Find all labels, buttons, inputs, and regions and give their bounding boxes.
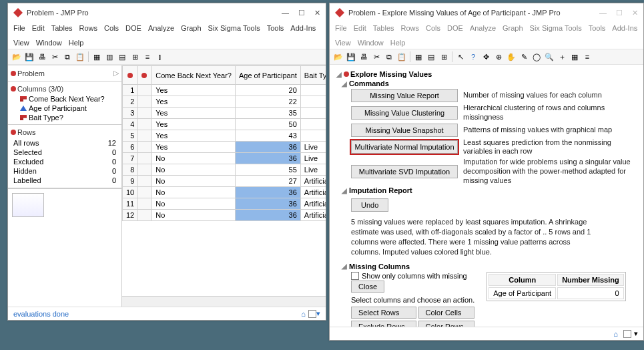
color-rows-button[interactable]: Color Rows [418, 321, 475, 327]
hotspot-icon[interactable] [344, 71, 349, 77]
menu-window[interactable]: Window [36, 39, 62, 47]
menu-doe[interactable]: DOE [447, 24, 463, 32]
command-button[interactable]: Missing Value Clustering [351, 106, 458, 120]
menu-add-ins[interactable]: Add-Ins [290, 24, 316, 32]
copy-icon[interactable]: ⧉ [383, 51, 395, 63]
minimize-button[interactable]: — [599, 9, 607, 17]
checkbox-icon[interactable] [351, 272, 359, 280]
menu-icon[interactable]: ≡ [581, 51, 593, 63]
imputation-report-header[interactable]: ◢ Imputation Report [342, 186, 637, 194]
missing-columns-table[interactable]: ColumnNumber Missing Age of Participant0 [487, 272, 625, 301]
menu-help[interactable]: Help [390, 39, 406, 47]
menu-edit[interactable]: Edit [32, 24, 45, 32]
dropdown-icon[interactable]: ▾ [316, 309, 320, 318]
crosshair-icon[interactable]: ✥ [480, 51, 492, 63]
menu-six-sigma-tools[interactable]: Six Sigma Tools [208, 24, 260, 32]
source-panel-header[interactable]: Problem ▷ [11, 67, 119, 79]
brush-icon[interactable]: ✎ [518, 51, 530, 63]
table-row[interactable]: 1Yes20 [123, 85, 326, 96]
maximize-button[interactable]: ☐ [616, 9, 623, 17]
graph-icon[interactable]: ≡ [141, 51, 153, 63]
missing-columns-header[interactable]: ◢ Missing Columns [342, 262, 637, 271]
home-icon[interactable]: ⌂ [301, 310, 306, 318]
close-button[interactable]: ✕ [314, 9, 320, 17]
open-icon[interactable]: 📂 [332, 51, 344, 63]
menu-file[interactable]: File [335, 24, 347, 32]
column-item[interactable]: Come Back Next Year? [11, 94, 119, 104]
open-icon[interactable]: 📂 [11, 51, 23, 63]
menu-doe[interactable]: DOE [125, 24, 141, 32]
save-icon[interactable]: 💾 [345, 51, 357, 63]
home-icon[interactable]: ⌂ [613, 330, 618, 338]
table-row[interactable]: 6Yes36Live [123, 142, 326, 153]
close-button[interactable]: Close [351, 281, 384, 293]
menu-tables[interactable]: Tables [51, 24, 73, 32]
dist-icon[interactable]: ⊞ [438, 51, 450, 63]
explore-missing-header[interactable]: ◢ Explore Missing Values [336, 70, 637, 78]
horizontal-scrollbar[interactable] [122, 296, 326, 307]
disclosure-icon[interactable]: ◢ [342, 262, 347, 270]
hand-icon[interactable]: ✋ [505, 51, 517, 63]
menu-tools[interactable]: Tools [589, 24, 606, 32]
menu-view[interactable]: View [13, 39, 29, 47]
rows-panel-header[interactable]: Rows [11, 127, 119, 138]
undo-button[interactable]: Undo [351, 198, 388, 212]
menu-graph[interactable]: Graph [503, 24, 523, 32]
table-icon[interactable]: ▦ [412, 51, 424, 63]
cut-icon[interactable]: ✂ [370, 51, 382, 63]
maximize-button[interactable]: ☐ [298, 9, 305, 17]
table-row[interactable]: 5Yes43 [123, 130, 326, 142]
exclude-rows-button[interactable]: Exclude Rows [351, 321, 416, 327]
fit-icon[interactable]: ▤ [116, 51, 128, 63]
table-row[interactable]: 2Yes22 [123, 96, 326, 108]
column-item[interactable]: Bait Type? [11, 113, 119, 122]
menu-rows[interactable]: Rows [79, 24, 98, 32]
disclosure-icon[interactable]: ◢ [342, 187, 347, 194]
lasso-icon[interactable]: ◯ [531, 51, 543, 63]
target-icon[interactable]: ⊕ [493, 51, 505, 63]
table-row[interactable]: 9No27Artificial [123, 176, 326, 187]
menu-cols[interactable]: Cols [104, 24, 119, 32]
cut-icon[interactable]: ✂ [49, 51, 61, 63]
disclosure-icon[interactable]: ◢ [336, 71, 342, 78]
table-row[interactable]: 11No36Artificial [123, 198, 326, 210]
color-cells-button[interactable]: Color Cells [418, 307, 475, 319]
minimize-button[interactable]: — [282, 9, 289, 17]
menu-add-ins[interactable]: Add-Ins [612, 24, 637, 32]
menu-view[interactable]: View [335, 39, 351, 47]
print-icon[interactable]: 🖶 [36, 51, 48, 63]
chart-icon[interactable]: ▥ [103, 51, 115, 63]
menu-rows[interactable]: Rows [401, 24, 420, 32]
command-button[interactable]: Missing Value Report [351, 89, 458, 102]
table-row[interactable]: 7No36Live [123, 153, 326, 164]
hotspot-icon[interactable] [11, 86, 16, 92]
select-rows-button[interactable]: Select Rows [351, 307, 416, 319]
menu-analyze[interactable]: Analyze [148, 24, 174, 32]
command-button[interactable]: Multivariate Normal Imputation [351, 140, 458, 154]
expand-icon[interactable]: ▷ [113, 69, 119, 77]
hotspot-icon[interactable] [11, 130, 16, 135]
hotspot-icon[interactable] [11, 71, 16, 76]
menu-six-sigma-tools[interactable]: Six Sigma Tools [530, 24, 582, 32]
disclosure-icon[interactable]: ◢ [342, 80, 347, 88]
col-header[interactable]: Age of Participant [235, 66, 300, 85]
close-button[interactable]: ✕ [632, 9, 638, 17]
command-button[interactable]: Multivariate SVD Imputation [351, 165, 458, 178]
add-icon[interactable]: ＋ [556, 51, 568, 63]
dropdown-icon[interactable]: ▾ [634, 329, 638, 338]
zoom-icon[interactable]: 🔍 [543, 51, 555, 63]
print-icon[interactable]: 🖶 [358, 51, 370, 63]
menu-analyze[interactable]: Analyze [470, 24, 496, 32]
data-grid[interactable]: Come Back Next Year?Age of ParticipantBa… [122, 65, 326, 296]
hotspot-icon[interactable] [123, 66, 138, 85]
show-only-missing-checkbox[interactable]: Show only columns with missing [351, 272, 474, 280]
table-row[interactable]: 12No36Artificial [123, 210, 326, 221]
command-button[interactable]: Missing Value Snapshot [351, 124, 458, 137]
thumbnail-preview[interactable] [12, 193, 44, 217]
commands-header[interactable]: ◢ Commands [342, 79, 637, 88]
window-list-button[interactable] [308, 310, 316, 318]
table-icon[interactable]: ▦ [91, 51, 103, 63]
titlebar[interactable]: Problem - Explore Missing Values of Age … [330, 3, 643, 22]
col-header[interactable]: Come Back Next Year? [152, 66, 236, 85]
table-row[interactable]: 3Yes35 [123, 108, 326, 119]
